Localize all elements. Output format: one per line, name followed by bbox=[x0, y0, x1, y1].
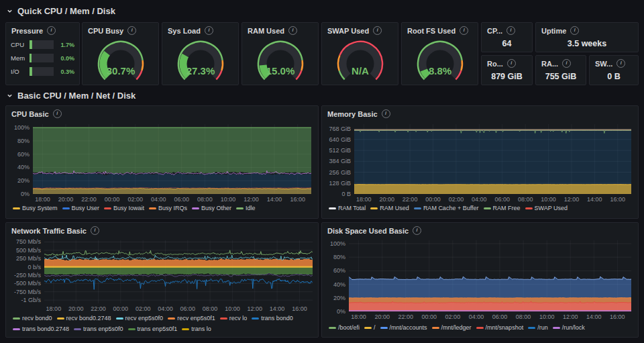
legend-item[interactable]: recv bond0.2748 bbox=[57, 315, 111, 322]
panel-ram-used: RAM Used 15.0% bbox=[241, 22, 319, 85]
legend-item[interactable]: trans enp5s0f1 bbox=[128, 326, 178, 332]
legend-item[interactable]: RAM Cache + Buffer bbox=[414, 205, 479, 211]
x-axis-label: 18:00 bbox=[351, 313, 366, 320]
memory-basic-plot-area[interactable] bbox=[354, 124, 631, 194]
info-icon[interactable] bbox=[47, 26, 56, 35]
legend-item[interactable]: RAM Used bbox=[370, 205, 409, 211]
legend-item[interactable]: /mnt/snapshot bbox=[476, 324, 524, 331]
info-icon[interactable] bbox=[373, 26, 382, 35]
panel-title[interactable]: Ro... bbox=[487, 60, 503, 68]
panel-title[interactable]: SWAP Used bbox=[327, 27, 369, 35]
x-axis-label: 02:00 bbox=[136, 305, 151, 312]
legend-item[interactable]: recv bond0 bbox=[13, 315, 52, 322]
svg-text:8.8%: 8.8% bbox=[428, 65, 451, 77]
info-icon[interactable] bbox=[570, 26, 579, 35]
panel-rootfs-total: Ro... 879 GiB bbox=[481, 55, 533, 85]
panel-title[interactable]: RA... bbox=[541, 60, 558, 68]
info-icon[interactable] bbox=[562, 59, 571, 68]
y-axis-label: 40% bbox=[313, 281, 345, 288]
chart-legend: Busy SystemBusy UserBusy IowaitBusy IRQs… bbox=[13, 205, 256, 211]
panel-title[interactable]: Uptime bbox=[541, 27, 566, 35]
x-axis-label: 22:00 bbox=[398, 313, 413, 320]
chart-legend: recv bond0recv bond0.2748recv enp5s0f0re… bbox=[13, 315, 293, 322]
legend-item[interactable]: Busy IRQs bbox=[149, 205, 187, 211]
legend-item[interactable]: trans bond0 bbox=[252, 315, 293, 322]
section-header-quick[interactable]: Quick CPU / Mem / Disk bbox=[7, 6, 115, 16]
legend-item[interactable]: /mnt/accounts bbox=[380, 324, 427, 331]
chevron-down-icon bbox=[7, 8, 13, 14]
x-axis-label: 04:00 bbox=[472, 196, 487, 203]
legend-item[interactable]: Busy Iowait bbox=[104, 205, 144, 211]
info-icon[interactable] bbox=[506, 26, 515, 35]
gauge-ram-used: 15.0% bbox=[242, 37, 318, 84]
legend-item[interactable]: RAM Free bbox=[484, 205, 521, 211]
panel-disk-space-used-basic: Disk Space Used Basic 0%20%40%60%80%100%… bbox=[321, 222, 639, 338]
x-axis-label: 04:00 bbox=[151, 196, 166, 203]
panel-title[interactable]: Network Traffic Basic bbox=[11, 227, 87, 235]
legend-item[interactable]: Idle bbox=[236, 205, 256, 211]
legend-item[interactable]: Busy System bbox=[13, 205, 58, 211]
x-axis-label: 12:00 bbox=[244, 196, 259, 203]
legend-item[interactable]: Busy User bbox=[62, 205, 100, 211]
network-traffic-basic-plot-area[interactable] bbox=[44, 240, 313, 303]
x-axis-label: 08:00 bbox=[518, 196, 533, 203]
legend-item[interactable]: / bbox=[364, 324, 376, 331]
section-header-basic[interactable]: Basic CPU / Mem / Net / Disk bbox=[7, 91, 136, 101]
info-icon[interactable] bbox=[460, 26, 468, 35]
cpu-basic-plot-area[interactable] bbox=[33, 124, 311, 194]
panel-cpu-basic: CPU Basic 0%20%40%60%80%100%18:0020:0022… bbox=[5, 105, 319, 219]
info-icon[interactable] bbox=[205, 26, 213, 35]
panel-title[interactable]: Root FS Used bbox=[407, 27, 455, 35]
x-axis-label: 08:00 bbox=[203, 305, 218, 312]
panel-network-traffic-basic: Network Traffic Basic -1 Gb/s-750 Mb/s-5… bbox=[5, 222, 319, 338]
legend-item[interactable]: SWAP Used bbox=[525, 205, 568, 211]
info-icon[interactable] bbox=[53, 109, 62, 118]
pressure-label: Mem bbox=[11, 54, 26, 62]
x-axis-label: 04:00 bbox=[158, 305, 173, 312]
info-icon[interactable] bbox=[382, 109, 390, 118]
info-icon[interactable] bbox=[91, 226, 99, 235]
legend-item[interactable]: /run/lock bbox=[553, 324, 585, 331]
legend-item[interactable]: /boot/efi bbox=[329, 324, 360, 331]
panel-title[interactable]: Sys Load bbox=[168, 27, 201, 35]
legend-item[interactable]: trans enp5s0f0 bbox=[74, 326, 123, 332]
x-axis-label: 00:00 bbox=[425, 196, 441, 203]
x-axis-label: 16:00 bbox=[290, 196, 305, 203]
info-icon[interactable] bbox=[616, 59, 625, 68]
panel-title[interactable]: SW... bbox=[595, 60, 612, 68]
x-axis-label: 14:00 bbox=[267, 196, 282, 203]
x-axis-label: 08:00 bbox=[516, 313, 531, 320]
info-icon[interactable] bbox=[288, 26, 297, 35]
legend-item[interactable]: recv enp5s0f0 bbox=[116, 315, 164, 322]
y-axis-label: 100% bbox=[313, 240, 345, 247]
legend-item[interactable]: recv lo bbox=[220, 315, 248, 322]
section-title: Basic CPU / Mem / Net / Disk bbox=[17, 91, 136, 101]
panel-title[interactable]: CP... bbox=[487, 27, 502, 35]
x-axis-label: 16:00 bbox=[292, 305, 307, 312]
pressure-value: 1.7% bbox=[57, 42, 74, 48]
panel-title[interactable]: RAM Used bbox=[248, 27, 284, 35]
panel-title[interactable]: Disk Space Used Basic bbox=[327, 227, 409, 235]
legend-item[interactable]: RAM Total bbox=[329, 205, 366, 211]
gauge-cpu-busy: 30.7% bbox=[83, 37, 158, 84]
legend-item[interactable]: Busy Other bbox=[192, 205, 231, 211]
legend-item[interactable]: trans bond0.2748 bbox=[13, 326, 69, 332]
panel-title[interactable]: Pressure bbox=[11, 27, 43, 35]
x-axis-label: 02:00 bbox=[445, 313, 461, 320]
panel-title[interactable]: Memory Basic bbox=[327, 110, 378, 118]
legend-item[interactable]: /run bbox=[528, 324, 548, 331]
panel-swap-used: SWAP Used N/A bbox=[321, 22, 398, 85]
info-icon[interactable] bbox=[127, 26, 136, 35]
x-axis-label: 06:00 bbox=[180, 305, 196, 312]
info-icon[interactable] bbox=[507, 59, 516, 68]
pressure-bar bbox=[30, 54, 54, 62]
x-axis-label: 08:00 bbox=[197, 196, 213, 203]
legend-item[interactable]: recv enp5s0f1 bbox=[168, 315, 215, 322]
disk-space-used-basic-plot-area[interactable] bbox=[349, 240, 631, 311]
y-axis-label: 0 B bbox=[319, 191, 351, 197]
panel-title[interactable]: CPU Busy bbox=[88, 27, 123, 35]
legend-item[interactable]: trans lo bbox=[182, 326, 211, 332]
panel-title[interactable]: CPU Basic bbox=[11, 110, 49, 118]
info-icon[interactable] bbox=[413, 226, 421, 235]
legend-item[interactable]: /mnt/ledger bbox=[432, 324, 472, 331]
